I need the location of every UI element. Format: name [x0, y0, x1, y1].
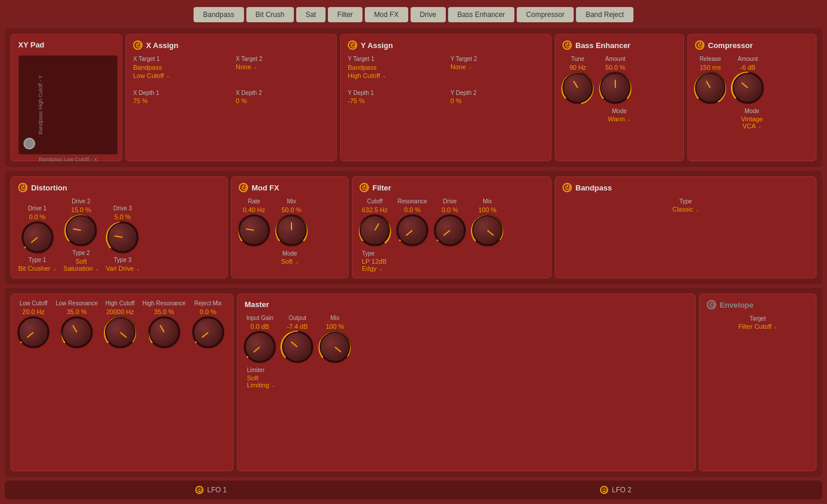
- amount-label-comp: Amount: [738, 56, 758, 62]
- mod-fx-mode-value[interactable]: Soft ⬦: [281, 258, 299, 265]
- tab-drive[interactable]: Drive: [411, 7, 446, 22]
- lfo1-power-icon[interactable]: ⏻: [195, 486, 204, 494]
- drive1-knob[interactable]: [22, 222, 53, 253]
- filter-type-value[interactable]: LP 12dBEdgy ⬦: [362, 258, 387, 272]
- tab-band-reject[interactable]: Band Reject: [576, 7, 633, 22]
- x-target1-value[interactable]: BandpassLow Cutoff ⬦: [133, 63, 226, 80]
- bass-enhancer-knobs: Tune 90 Hz Amount 50.0 %: [562, 56, 676, 103]
- amount-knob-comp[interactable]: [733, 73, 763, 103]
- rate-knob[interactable]: [239, 215, 269, 246]
- y-depth2-label: Y Depth 2: [450, 90, 544, 96]
- bass-enhancer-power-icon[interactable]: ⏻: [562, 40, 572, 50]
- type2-value[interactable]: SoftSaturation ⬦: [63, 258, 99, 272]
- tab-bass-enhancer[interactable]: Bass Enhancer: [448, 7, 514, 22]
- y-target2-value[interactable]: None ⬦: [450, 63, 544, 70]
- filter-resonance-knob[interactable]: [397, 215, 428, 246]
- bandpass-type-value[interactable]: Classic ⬦: [672, 206, 699, 213]
- filter-drive-knob[interactable]: [435, 215, 465, 246]
- distortion-power-icon[interactable]: ⏻: [18, 183, 28, 192]
- bass-enhancer-mode-label: Mode: [612, 108, 626, 114]
- high-resonance-knob[interactable]: [149, 317, 179, 348]
- filter-drive-value: 0.0 %: [442, 206, 458, 213]
- filter-resonance-value: 0.0 %: [404, 206, 421, 213]
- master-output-group: Output -7.4 dB: [282, 315, 313, 362]
- high-cutoff-knob[interactable]: [105, 317, 135, 348]
- x-depth2-value: 0 %: [236, 97, 329, 104]
- drive3-label: Drive 3: [113, 205, 132, 212]
- distortion-knobs: Drive 1 0.0 % Type 1 Bit Crusher ⬦ Drive…: [18, 198, 220, 272]
- reject-mix-knob[interactable]: [193, 317, 223, 348]
- compressor-mode-value[interactable]: VintageVCA ⬦: [741, 115, 762, 130]
- filter-mix-knob[interactable]: [472, 215, 503, 246]
- filter-cutoff-value: 632.5 Hz: [362, 206, 388, 213]
- drive2-knob[interactable]: [66, 215, 96, 246]
- master-mix-knob[interactable]: [320, 332, 350, 362]
- x-depth2-label: X Depth 2: [236, 90, 329, 96]
- y-depth2-value: 0 %: [450, 97, 544, 104]
- amount-knob-container-be: [600, 73, 631, 103]
- amount-value-comp: -6 dB: [740, 64, 755, 71]
- mod-fx-knobs: Rate 0.40 Hz Mix 50.0 %: [239, 198, 341, 246]
- low-resonance-group: Low Resonance 35.0 %: [56, 300, 98, 348]
- type3-value[interactable]: Vari Drive ⬦: [106, 265, 140, 272]
- filter-drive-label: Drive: [443, 198, 456, 205]
- lfo2-power-icon[interactable]: ⏻: [600, 486, 608, 494]
- input-gain-label: Input Gain: [246, 315, 273, 321]
- filter-mix-knob-container: [472, 215, 503, 246]
- mod-fx-power-icon[interactable]: ⏻: [239, 183, 248, 192]
- envelope-target-value[interactable]: Filter Cutoff ⬦: [738, 323, 778, 330]
- master-limiter-value[interactable]: SoftLimiting ⬦: [247, 374, 275, 389]
- master-limiter: Limiter SoftLimiting ⬦: [245, 367, 688, 389]
- tab-bit-crush[interactable]: Bit Crush: [246, 7, 294, 22]
- drive1-knob-container: [22, 222, 53, 253]
- distortion-panel: ⏻ Distortion Drive 1 0.0 % Type 1 Bit: [11, 176, 228, 278]
- xy-pad-handle[interactable]: [23, 138, 35, 149]
- input-gain-knob-container: [245, 332, 275, 362]
- high-cutoff-value: 20000 Hz: [106, 308, 134, 315]
- x-assign-power-icon[interactable]: ⏻: [133, 40, 143, 50]
- type1-value[interactable]: Bit Crusher ⬦: [18, 265, 56, 272]
- tune-knob[interactable]: [562, 73, 593, 103]
- tab-compressor[interactable]: Compressor: [517, 7, 574, 22]
- master-knobs: Input Gain 0.0 dB Output -7.4 dB: [245, 315, 688, 362]
- amount-knob-be[interactable]: [600, 73, 631, 103]
- filter-cutoff-knob-container: [360, 215, 390, 246]
- master-mix-group: Mix 100 %: [320, 315, 350, 362]
- low-cutoff-label: Low Cutoff: [19, 300, 48, 307]
- x-target2-value[interactable]: None ⬦: [236, 63, 329, 70]
- main-container: Bandpass Bit Crush Sat Filter Mod FX Dri…: [0, 0, 827, 504]
- mod-fx-rate-group: Rate 0.40 Hz: [239, 198, 269, 246]
- lfo2-label: LFO 2: [612, 486, 631, 494]
- filter-mix-group: Mix 100 %: [472, 198, 503, 246]
- tune-value: 90 Hz: [570, 64, 587, 71]
- input-gain-knob[interactable]: [245, 332, 275, 362]
- low-cutoff-knob[interactable]: [18, 317, 49, 348]
- bass-enhancer-mode-value[interactable]: Warm ⬦: [608, 115, 631, 122]
- mix-knob-mfx[interactable]: [276, 215, 307, 246]
- envelope-target-label: Target: [750, 315, 766, 322]
- release-value: 150 ms: [700, 64, 721, 71]
- tab-mod-fx[interactable]: Mod FX: [365, 7, 408, 22]
- output-knob[interactable]: [282, 332, 313, 362]
- compressor-power-icon[interactable]: ⏻: [695, 40, 704, 50]
- tab-bandpass[interactable]: Bandpass: [194, 7, 243, 22]
- high-resonance-value: 35.0 %: [154, 308, 174, 315]
- filter-cutoff-knob[interactable]: [360, 215, 390, 246]
- y-target1-item: Y Target 1 BandpassHigh Cutoff ⬦: [348, 56, 441, 80]
- xy-pad-canvas[interactable]: Bandpass High Cutoff - Y Bandpass Low Cu…: [18, 55, 118, 155]
- amount-knob-container-comp: [733, 73, 763, 103]
- low-resonance-knob[interactable]: [62, 317, 92, 348]
- tab-filter[interactable]: Filter: [328, 7, 362, 22]
- master-panel: Master Input Gain 0.0 dB Output: [237, 294, 696, 471]
- y-target1-value[interactable]: BandpassHigh Cutoff ⬦: [348, 63, 441, 80]
- band-reject-panel: Low Cutoff 20.0 Hz Low Resonance 35.0 %: [11, 294, 233, 471]
- tab-sat[interactable]: Sat: [296, 7, 326, 22]
- envelope-power-icon[interactable]: ⏻: [707, 300, 716, 309]
- master-mix-label: Mix: [330, 315, 340, 321]
- lfo1-section: ⏻ LFO 1: [195, 486, 226, 494]
- y-assign-power-icon[interactable]: ⏻: [348, 40, 357, 50]
- filter-power-icon[interactable]: ⏻: [360, 183, 369, 192]
- bandpass-power-icon[interactable]: ⏻: [562, 183, 572, 192]
- release-knob[interactable]: [695, 73, 726, 103]
- drive3-knob[interactable]: [107, 222, 138, 253]
